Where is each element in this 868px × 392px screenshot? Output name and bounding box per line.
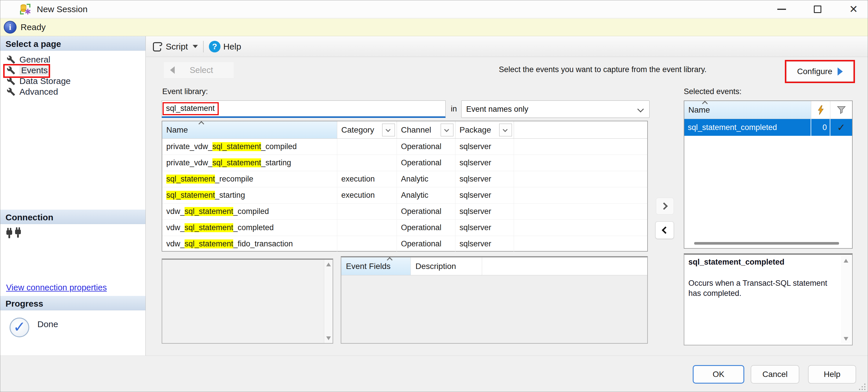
sidebar: Select a page General Events Data Storag…	[0, 36, 146, 356]
script-icon	[151, 41, 163, 53]
select-a-page-header: Select a page	[0, 36, 146, 51]
search-match-highlight: sql_statement	[166, 174, 215, 184]
package-filter-button[interactable]	[499, 124, 512, 136]
configure-button[interactable]: Configure	[786, 61, 854, 81]
view-connection-properties-link[interactable]: View connection properties	[6, 283, 107, 292]
selected-event-count: 0	[811, 119, 830, 136]
column-header-category[interactable]: Category	[337, 121, 397, 138]
minimize-button[interactable]	[775, 3, 788, 16]
selected-events-label: Selected events:	[684, 87, 742, 96]
sidebar-item-data-storage[interactable]: Data Storage	[0, 75, 146, 86]
search-match-highlight: sql_statement	[212, 158, 261, 167]
maximize-icon	[814, 5, 822, 13]
event-library-label: Event library:	[162, 87, 208, 96]
selected-events-list: Name sql_statement_completed	[684, 100, 852, 249]
chevron-down-icon	[638, 106, 644, 112]
title-bar: New Session ✕	[0, 0, 868, 18]
sidebar-item-advanced[interactable]: Advanced	[0, 86, 146, 97]
ok-button[interactable]: OK	[693, 365, 744, 384]
table-row[interactable]: vdw_sql_statement_compiled Operational s…	[162, 203, 647, 220]
column-header-description[interactable]: Description	[411, 257, 482, 275]
column-header-name[interactable]: Name	[162, 121, 337, 138]
sort-asc-icon	[198, 121, 204, 127]
event-description-panel: sql_statement_completed Occurs when a Tr…	[684, 253, 852, 346]
configure-button-label: Configure	[797, 67, 832, 76]
event-count-column-header[interactable]	[811, 101, 830, 119]
help-button[interactable]: Help	[223, 42, 241, 52]
new-session-dialog: New Session ✕ i Ready Select a page Gene…	[0, 0, 868, 392]
selected-column-header-name[interactable]: Name	[684, 101, 811, 119]
selected-event-name: sql_statement_completed	[684, 119, 811, 136]
remove-event-button[interactable]	[655, 222, 674, 239]
progress-status: Done	[37, 319, 58, 329]
main-panel: Script ? Help Select Select the events y…	[146, 36, 868, 356]
wrench-icon	[7, 66, 16, 75]
connection-icon	[5, 227, 24, 240]
script-dropdown-icon[interactable]	[193, 45, 198, 48]
column-header-package[interactable]: Package	[456, 121, 514, 138]
progress-header: Progress	[0, 296, 146, 311]
chevron-down-icon	[503, 127, 507, 132]
sidebar-item-label: Data Storage	[20, 76, 71, 86]
back-arrow-icon	[170, 66, 175, 74]
sidebar-item-label: General	[20, 55, 51, 65]
maximize-button[interactable]	[811, 3, 824, 16]
category-filter-button[interactable]	[382, 124, 395, 136]
column-header-channel[interactable]: Channel	[397, 121, 456, 138]
event-description-empty-panel	[162, 259, 333, 344]
table-row[interactable]: private_vdw_sql_statement_compiled Opera…	[162, 139, 647, 155]
sidebar-item-label: Events	[20, 65, 50, 75]
select-button-label: Select	[175, 65, 228, 75]
search-match-highlight: sql_statement	[166, 191, 215, 200]
column-header-event-fields[interactable]: Event Fields	[341, 257, 411, 275]
sidebar-item-events[interactable]: Events	[0, 65, 146, 75]
filter-check-icon: ✓	[830, 119, 852, 136]
channel-filter-button[interactable]	[441, 124, 454, 136]
progress-done-icon: ✓	[9, 318, 29, 337]
wrench-icon	[7, 77, 16, 86]
resize-grip-icon[interactable]	[859, 383, 866, 391]
minimize-icon	[777, 9, 786, 10]
search-scope-dropdown[interactable]: Event names only	[461, 100, 650, 118]
vertical-scrollbar[interactable]	[324, 260, 333, 343]
scroll-down-icon	[844, 337, 848, 341]
event-library-table: Name Category Channel Package	[162, 121, 648, 252]
toolbar: Script ? Help	[146, 36, 868, 57]
status-bar: i Ready	[0, 19, 868, 36]
horizontal-scrollbar-thumb[interactable]	[694, 242, 839, 244]
toolbar-separator	[203, 41, 204, 53]
chevron-left-icon	[662, 226, 669, 234]
scroll-up-icon	[844, 259, 848, 263]
scroll-down-icon	[326, 336, 331, 340]
select-back-button[interactable]: Select	[163, 62, 234, 78]
search-scope-value: Event names only	[466, 105, 638, 114]
configure-annotation-box: Configure	[785, 60, 855, 83]
cancel-button[interactable]: Cancel	[751, 365, 799, 384]
table-row[interactable]: sql_statement_starting execution Analyti…	[162, 187, 647, 203]
column-header-filler	[482, 257, 647, 275]
sidebar-item-general[interactable]: General	[0, 54, 146, 65]
search-match-highlight: sql_statement	[185, 207, 233, 216]
help-button-footer[interactable]: Help	[808, 365, 856, 384]
scroll-up-icon	[326, 263, 331, 266]
lightning-icon	[817, 105, 825, 115]
close-button[interactable]: ✕	[847, 3, 860, 16]
close-icon: ✕	[849, 4, 858, 14]
script-button[interactable]: Script	[166, 42, 188, 52]
event-library-search-input[interactable]: sql_statement	[162, 100, 445, 118]
vertical-scrollbar[interactable]	[841, 256, 851, 344]
info-icon: i	[4, 21, 17, 34]
selected-event-row[interactable]: sql_statement_completed 0 ✓	[684, 119, 852, 136]
event-description-title: sql_statement_completed	[688, 258, 839, 267]
table-row[interactable]: private_vdw_sql_statement_starting Opera…	[162, 155, 647, 171]
filter-column-header[interactable]	[830, 101, 852, 119]
add-event-button[interactable]	[656, 198, 674, 215]
table-row[interactable]: sql_statement_recompile execution Analyt…	[162, 171, 647, 187]
dialog-footer: OK Cancel Help	[0, 356, 868, 392]
in-label: in	[451, 104, 457, 113]
table-row[interactable]: vdw_sql_statement_fido_transaction Opera…	[162, 236, 647, 252]
event-description-text: Occurs when a Transact-SQL statement has…	[688, 278, 839, 298]
connection-header: Connection	[0, 209, 146, 224]
table-row[interactable]: vdw_sql_statement_completed Operational …	[162, 220, 647, 236]
status-text: Ready	[21, 22, 46, 32]
